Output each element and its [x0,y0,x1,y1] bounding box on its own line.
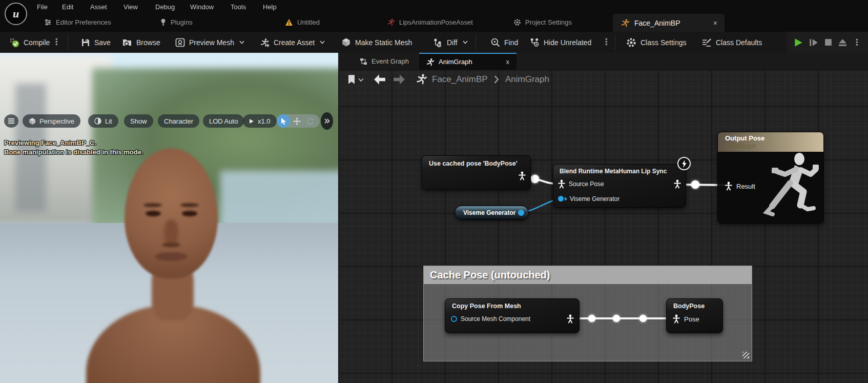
lod-label: LOD Auto [209,117,238,125]
unreal-logo: u [5,3,27,25]
frame-skip-icon[interactable] [809,37,819,48]
character-button[interactable]: Character [158,114,199,128]
rotate-tool-button[interactable] [303,114,317,128]
lightning-icon [681,160,687,168]
breadcrumb-current[interactable]: AnimGraph [505,74,549,85]
lod-auto-button[interactable]: LOD Auto [203,114,244,128]
save-label: Save [94,38,111,47]
viseme-pin-in[interactable] [558,196,564,201]
save-button[interactable]: Save [81,32,111,53]
breadcrumb-root[interactable]: Face_AnimBP [432,74,488,85]
tab-untitled[interactable]: Untitled [285,17,320,27]
node-title: BodyPose [667,299,722,310]
close-icon[interactable]: × [713,19,717,27]
plug-icon [160,18,167,26]
preview-viewport[interactable]: Perspective Lit Show Character LOD Auto … [0,53,338,383]
move-tool-button[interactable] [290,114,303,128]
lit-label: Lit [105,117,112,125]
tab-lipsanimationposeasset[interactable]: LipsAnimationPoseAsset [387,17,473,27]
node-use-cached-pose[interactable]: Use cached pose 'BodyPose' [422,155,531,190]
class-defaults-icon [701,37,712,47]
pose-pin-out[interactable] [674,179,681,189]
pose-pin-result[interactable] [725,182,732,191]
toolbar-overflow-button[interactable] [321,112,333,130]
play-icon[interactable] [793,37,803,48]
menu-tools[interactable]: Tools [231,3,246,11]
class-settings-button[interactable]: Class Settings [626,32,686,53]
select-tool-button[interactable] [277,114,290,128]
node-output-pose[interactable]: Output Pose AnimGraph Result [717,132,824,224]
menu-help[interactable]: Help [263,3,277,11]
node-blend-lip-sync[interactable]: Blend Runtime MetaHuman Lip Sync Source … [553,164,686,208]
node-title: Viseme Generator [463,209,516,216]
stop-icon[interactable] [824,38,833,47]
show-button[interactable]: Show [124,114,153,128]
viseme-pin-out[interactable] [518,210,524,216]
menu-asset[interactable]: Asset [90,3,107,11]
pose-pin-out[interactable] [567,314,574,324]
play-options-dots[interactable]: ••• [856,38,858,46]
character-eye-right [182,211,197,216]
tab-editor-preferences[interactable]: Editor Preferences [44,17,111,27]
viewport-menu-button[interactable] [4,114,18,128]
running-mannequin-graphic [758,152,820,219]
preview-overlay-line2: Bone manipulation is disabled in this mo… [4,148,143,156]
diff-button[interactable]: Diff [433,32,468,53]
toolbar-overflow-dots[interactable]: ••• [605,38,608,46]
tab-label: Face_AnimBP [634,19,680,27]
menu-debug[interactable]: Debug [155,3,175,11]
pose-pin-in[interactable] [673,314,680,324]
comment-header[interactable]: Cache Pose (untouched) [424,266,752,284]
hide-unrelated-icon [530,37,540,47]
bookmark-chevron-icon[interactable] [358,78,364,82]
cube-icon [29,117,36,125]
save-icon [81,38,90,47]
make-static-mesh-button[interactable]: Make Static Mesh [341,32,412,53]
lit-button[interactable]: Lit [88,114,118,128]
cursor-icon [280,117,287,125]
character-label: Character [164,117,193,125]
back-arrow-icon[interactable] [373,74,386,85]
tab-plugins[interactable]: Plugins [160,17,193,27]
close-icon[interactable]: x [506,58,510,66]
create-asset-button[interactable]: Create Asset [260,32,325,53]
preview-mesh-button[interactable]: Preview Mesh [175,32,244,53]
menu-edit[interactable]: Edit [62,3,73,11]
class-defaults-button[interactable]: Class Defaults [701,32,762,53]
playback-speed-button[interactable]: x1.0 [243,114,277,128]
menu-view[interactable]: View [123,3,138,11]
compile-button[interactable]: Compile [9,32,50,53]
compile-options-dots[interactable]: ••• [55,38,58,46]
forward-arrow-icon[interactable] [392,74,406,85]
play-controls: ••• [787,32,868,53]
pose-pin-out[interactable] [519,171,526,180]
tab-animgraph[interactable]: AnimGraph x [419,53,516,70]
tab-project-settings[interactable]: Project Settings [513,17,572,27]
pin-label-source-mesh: Source Mesh Component [461,315,530,322]
bookmark-icon[interactable] [347,74,356,85]
tab-face-animbp[interactable]: Face_AnimBP × [613,14,725,32]
perspective-button[interactable]: Perspective [23,114,80,128]
node-copy-pose-from-mesh[interactable]: Copy Pose From Mesh Source Mesh Componen… [445,298,580,333]
water-background [220,171,338,227]
viseme-pin-arrow [565,197,567,201]
compile-label: Compile [24,38,50,47]
menu-file[interactable]: File [37,3,48,11]
find-button[interactable]: Find [490,32,518,53]
node-bodypose[interactable]: BodyPose Pose [666,298,723,333]
node-viseme-generator[interactable]: Viseme Generator [454,206,529,220]
double-chevron-right-icon [324,118,330,124]
browse-button[interactable]: Browse [122,32,160,53]
eject-icon[interactable] [838,38,848,47]
menu-window[interactable]: Window [190,3,214,11]
animgraph-runner-icon [426,58,435,66]
animbp-runner-icon [621,18,630,27]
node-title: Output Pose [725,134,823,142]
tab-event-graph[interactable]: Event Graph [353,53,416,70]
object-pin-in[interactable] [451,316,457,322]
tab-label: Untitled [297,18,320,26]
comment-resize-handle[interactable] [742,352,749,358]
character-lips [155,252,187,261]
hide-unrelated-button[interactable]: Hide Unrelated [530,32,591,53]
pose-pin-in[interactable] [558,179,565,189]
